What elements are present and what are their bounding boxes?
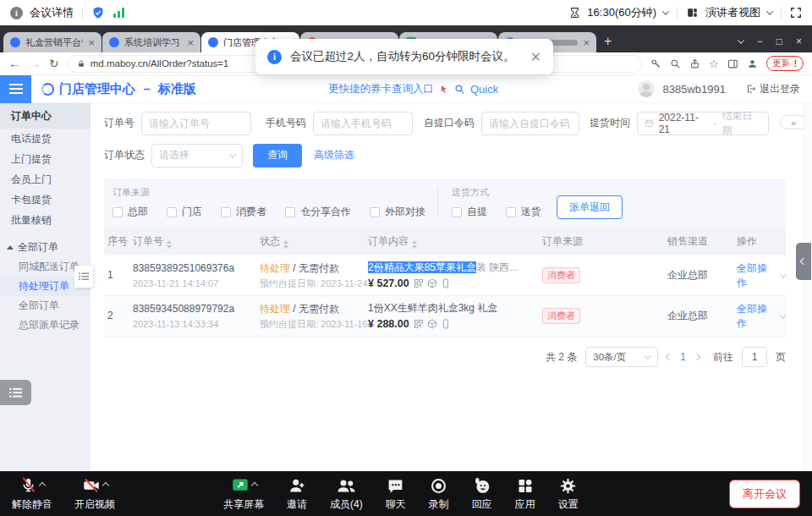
next-page-icon[interactable]: [694, 354, 700, 360]
key-icon[interactable]: [650, 58, 661, 69]
invite-button[interactable]: 邀请: [287, 477, 307, 512]
sidebar-item-phone-pickup[interactable]: 电话提货: [0, 129, 91, 149]
shield-check-icon[interactable]: [91, 6, 105, 19]
all-actions-dropdown[interactable]: 全部操作: [737, 302, 786, 331]
back-icon[interactable]: ←: [8, 57, 20, 70]
sort-icon[interactable]: [167, 240, 172, 249]
share-icon[interactable]: [689, 58, 700, 69]
window-minimize-icon[interactable]: −: [757, 36, 763, 47]
sidebar-section-order-center[interactable]: 订单中心: [0, 103, 91, 129]
browser-tab-2[interactable]: 系统培训学习 ×: [102, 32, 200, 52]
new-tab-button[interactable]: +: [604, 34, 612, 49]
record-button[interactable]: 录制: [429, 477, 449, 512]
reload-icon[interactable]: ↻: [49, 57, 59, 70]
all-actions-dropdown[interactable]: 全部操作: [737, 261, 786, 290]
page-size-select[interactable]: 30条/页: [585, 347, 658, 367]
checkbox-icon[interactable]: [506, 207, 516, 217]
sidebar-item-cardbag-pickup[interactable]: 卡包提货: [0, 189, 91, 210]
advanced-filter-link[interactable]: 高级筛选: [314, 148, 354, 162]
side-panel-icon[interactable]: [727, 58, 738, 69]
qr-code-icon[interactable]: [414, 278, 424, 288]
browser-tab-1[interactable]: 礼盒营销平台管理中心 ×: [3, 32, 102, 52]
chevron-up-icon[interactable]: [39, 481, 46, 488]
sidebar-item-door-pickup[interactable]: 上门提货: [0, 149, 91, 169]
floating-list-button[interactable]: [0, 380, 31, 405]
sidebar-toggle-handle[interactable]: [74, 266, 93, 288]
mobile-phone-icon[interactable]: [441, 278, 451, 288]
qr-code-icon[interactable]: [414, 319, 424, 329]
checkbox-icon[interactable]: [112, 207, 123, 217]
tab-close-icon[interactable]: ×: [187, 37, 194, 48]
leave-meeting-button[interactable]: 离开会议: [729, 480, 800, 508]
sidebar-item-all-orders[interactable]: 全部订单: [0, 296, 91, 316]
prev-page-icon[interactable]: [666, 354, 672, 360]
window-close-icon[interactable]: ×: [796, 36, 802, 47]
hamburger-menu-button[interactable]: [0, 75, 31, 103]
chevron-up-icon[interactable]: [250, 481, 257, 488]
bookmark-star-icon[interactable]: ☆: [709, 58, 719, 70]
option-label: 门店: [182, 205, 202, 219]
zoom-icon[interactable]: [670, 58, 681, 69]
source-option-external[interactable]: 外部对接: [370, 205, 425, 219]
source-option-store[interactable]: 门店: [167, 205, 202, 219]
tab-close-icon[interactable]: ×: [583, 37, 590, 48]
tab-close-icon[interactable]: ×: [88, 37, 95, 48]
dispatch-return-button[interactable]: 派单退回: [557, 195, 623, 219]
sidebar-item-batch-verify[interactable]: 批量核销: [0, 210, 91, 230]
logout-button[interactable]: 退出登录: [746, 82, 800, 96]
checkbox-icon[interactable]: [221, 207, 231, 217]
sidebar-item-hq-dispatch-records[interactable]: 总部派单记录: [0, 316, 91, 335]
collapse-panel-handle[interactable]: [796, 243, 811, 280]
chevron-down-icon: [662, 8, 669, 14]
checkbox-icon[interactable]: [167, 207, 177, 217]
chevron-up-icon[interactable]: [102, 481, 108, 488]
checkbox-icon[interactable]: [285, 207, 295, 217]
col-order-id[interactable]: 订单号: [133, 234, 260, 249]
checkbox-icon[interactable]: [370, 207, 380, 217]
window-maximize-icon[interactable]: □: [776, 36, 782, 47]
source-option-consumer[interactable]: 消费者: [221, 205, 266, 219]
pickup-code-input[interactable]: [481, 112, 579, 135]
meeting-timer[interactable]: 16:30(60分钟): [569, 5, 668, 20]
profile-icon[interactable]: [747, 58, 758, 69]
order-no-input[interactable]: [141, 112, 251, 135]
toast-close-icon[interactable]: ✕: [530, 49, 541, 65]
user-avatar[interactable]: [638, 80, 655, 97]
order-status-select[interactable]: 请选择: [151, 144, 243, 167]
delivery-option-pickup[interactable]: 自提: [452, 205, 487, 219]
col-content[interactable]: 订单内容: [368, 234, 542, 249]
forward-icon[interactable]: →: [29, 57, 41, 70]
browser-update-button[interactable]: 更新!: [766, 56, 804, 71]
current-page[interactable]: 1: [680, 351, 686, 363]
settings-button[interactable]: 设置: [558, 477, 579, 512]
source-option-hq[interactable]: 总部: [112, 205, 148, 219]
date-range-picker[interactable]: 2022-11-21 - 结束日期: [637, 112, 769, 135]
window-menu-icon[interactable]: [737, 36, 743, 43]
meeting-details[interactable]: i 会议详情: [10, 5, 74, 20]
chat-button[interactable]: 聊天: [386, 477, 406, 512]
sort-icon[interactable]: [412, 240, 417, 249]
share-screen-button[interactable]: 共享屏幕: [223, 476, 264, 512]
checkbox-icon[interactable]: [452, 207, 462, 217]
view-mode-switch[interactable]: 演讲者视图: [686, 5, 772, 20]
sidebar-item-member-visit[interactable]: 会员上门: [0, 169, 91, 189]
sidebar-group-all-orders[interactable]: 全部订单: [0, 237, 91, 257]
start-video-button[interactable]: 开启视频: [74, 476, 115, 512]
mobile-phone-icon[interactable]: [441, 319, 451, 329]
coupon-query-link[interactable]: 更快捷的券卡查询入口: [328, 82, 434, 96]
goto-page-input[interactable]: [742, 347, 767, 367]
package-box-icon[interactable]: [427, 278, 437, 288]
members-button[interactable]: 成员(4): [330, 477, 363, 512]
quick-link[interactable]: Quick: [470, 83, 498, 96]
unmute-button[interactable]: 解除静音: [12, 476, 52, 512]
package-box-icon[interactable]: [427, 319, 437, 329]
source-option-warehouse-share[interactable]: 仓分享合作: [285, 205, 351, 219]
delivery-option-deliver[interactable]: 送货: [506, 205, 541, 219]
phone-input[interactable]: [313, 112, 413, 135]
sort-icon[interactable]: [283, 240, 288, 249]
reactions-button[interactable]: 回应: [472, 477, 492, 512]
col-status[interactable]: 状态: [260, 234, 368, 249]
search-button[interactable]: 查询: [253, 144, 302, 167]
fullscreen-icon[interactable]: [790, 7, 802, 19]
apps-button[interactable]: 应用: [515, 477, 535, 512]
